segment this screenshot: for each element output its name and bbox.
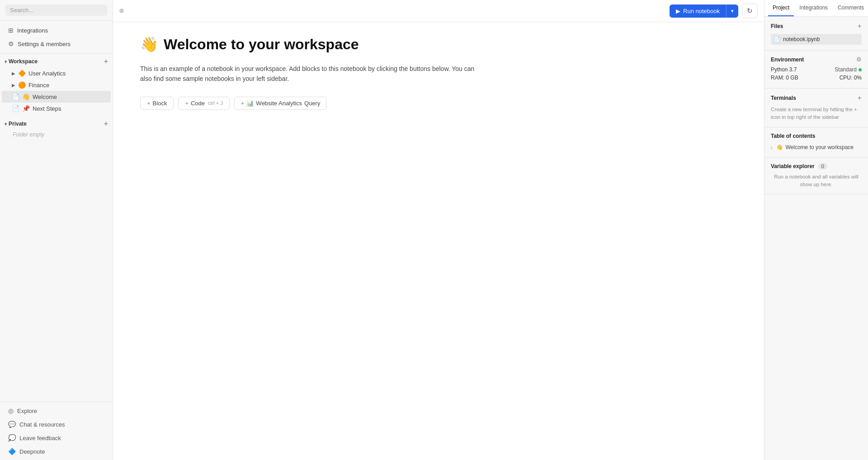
notebook-description: This is an example of a notebook in your… (140, 64, 479, 84)
variable-count-badge: 0 (818, 163, 827, 169)
tab-integrations[interactable]: Integrations (795, 0, 832, 16)
add-block-buttons: + Block + Code ctrl + J + 📊 Website Anal… (140, 97, 737, 110)
run-notebook-button[interactable]: ▶ Run notebook ▾ (670, 5, 738, 18)
files-add-button[interactable]: + (858, 22, 862, 30)
notebook-body: 👋 Welcome to your workspace This is an e… (113, 22, 764, 460)
bottom-item-chat[interactable]: 💬 Chat & resources (2, 418, 111, 431)
sidebar-item-user-analytics-label: User Analytics (28, 70, 66, 77)
env-python-version: Python 3.7 (771, 66, 797, 73)
bottom-item-deepnote[interactable]: 🔷 Deepnote (2, 445, 111, 458)
notebook-title-text: Welcome to your workspace (164, 36, 359, 53)
workspace-add-button[interactable]: + (104, 58, 108, 65)
toc-section: Table of contents i. 👋 Welcome to your w… (764, 127, 868, 158)
env-resources-row: RAM: 0 GB CPU: 0% (771, 75, 862, 81)
private-chevron-icon: ▾ (5, 122, 7, 127)
sidebar-item-welcome[interactable]: 📄 👋 Welcome (2, 91, 111, 103)
refresh-button[interactable]: ↻ (742, 4, 758, 18)
sidebar-bottom: ◎ Explore 💬 Chat & resources 💭 Leave fee… (0, 402, 113, 460)
workspace-section-header[interactable]: ▾ Workspace + (0, 56, 113, 67)
sidebar-item-user-analytics[interactable]: ▶ 🔶 User Analytics (2, 67, 111, 79)
sidebar-nav: ⊞ Integrations ⚙ Settings & members (0, 21, 113, 54)
variable-explorer-section: Variable explorer 0 Run a notebook and a… (764, 158, 868, 195)
variable-explorer-header-group: Variable explorer 0 (771, 163, 827, 169)
env-cpu: CPU: 0% (840, 75, 862, 81)
add-query-label: Query (304, 100, 320, 107)
sidebar-item-next-steps-label: Next Steps (33, 105, 61, 112)
query-plugin-icon: 📊 (246, 100, 254, 107)
private-section-header[interactable]: ▾ Private + (0, 118, 113, 130)
notebook-title-emoji: 👋 (140, 36, 158, 53)
feedback-icon: 💭 (8, 434, 16, 441)
workspace-title: Workspace (9, 58, 38, 65)
env-python-row: Python 3.7 Standard (771, 66, 862, 73)
run-play-icon: ▶ (676, 8, 680, 14)
private-folder-empty: Folder empty (0, 130, 113, 140)
welcome-emoji-icon: 👋 (22, 93, 30, 100)
search-container (0, 0, 113, 21)
toc-item-emoji: 👋 (776, 144, 783, 150)
add-query-plus-icon: + (241, 100, 245, 107)
terminals-help-text: Create a new terminal by hitting the + i… (771, 106, 862, 122)
right-panel: Project Integrations Comments History Fi… (764, 0, 868, 460)
sidebar-item-welcome-label: Welcome (33, 94, 57, 100)
notebook-file-icon: 📄 (774, 36, 780, 42)
env-standard-value: Standard (835, 66, 862, 73)
tab-comments[interactable]: Comments (833, 0, 868, 16)
environment-section: Environment ⚙ Python 3.7 Standard RAM: 0… (764, 51, 868, 89)
notebook-title-block: 👋 Welcome to your workspace (140, 36, 737, 53)
sidebar-item-integrations[interactable]: ⊞ Integrations (2, 23, 111, 37)
user-analytics-chevron-icon: ▶ (12, 71, 15, 76)
sidebar-item-finance[interactable]: ▶ 🟠 Finance (2, 79, 111, 91)
sidebar-sections: ▾ Workspace + ▶ 🔶 User Analytics ▶ 🟠 Fin… (0, 54, 113, 402)
bottom-item-explore-label: Explore (17, 408, 37, 414)
sidebar-item-next-steps[interactable]: 📄 📌 Next Steps (2, 103, 111, 114)
code-shortcut: ctrl + J (208, 100, 223, 106)
deepnote-icon: 🔷 (8, 448, 16, 455)
sidebar-item-settings-label: Settings & members (18, 41, 71, 47)
bottom-item-explore[interactable]: ◎ Explore (2, 404, 111, 418)
next-steps-emoji-icon: 📌 (22, 105, 30, 112)
right-panel-tabs: Project Integrations Comments History (764, 0, 868, 17)
integrations-icon: ⊞ (8, 27, 14, 34)
add-code-button[interactable]: + Code ctrl + J (178, 97, 229, 110)
bottom-item-deepnote-label: Deepnote (19, 448, 45, 455)
terminals-title: Terminals (771, 95, 796, 101)
add-block-label: Block (153, 100, 167, 107)
add-block-button[interactable]: + Block (140, 97, 174, 110)
search-input[interactable] (5, 5, 107, 16)
bottom-item-chat-label: Chat & resources (19, 421, 65, 428)
welcome-icon: 📄 (12, 93, 19, 100)
environment-gear-icon[interactable]: ⚙ (856, 56, 862, 63)
toc-item-num: i. (771, 145, 774, 150)
environment-title: Environment (771, 56, 804, 63)
finance-chevron-icon: ▶ (12, 83, 15, 88)
tab-project[interactable]: Project (768, 0, 794, 16)
terminals-section: Terminals + Create a new terminal by hit… (764, 89, 868, 127)
explore-icon: ◎ (8, 407, 14, 414)
refresh-icon: ↻ (747, 7, 753, 14)
notebook-file-label: notebook.ipynb (783, 36, 820, 42)
file-item-notebook[interactable]: 📄 notebook.ipynb (771, 34, 862, 45)
run-button-main[interactable]: ▶ Run notebook (670, 5, 726, 18)
finance-icon: 🟠 (18, 81, 26, 89)
run-button-dropdown[interactable]: ▾ (726, 5, 738, 17)
toolbar-status-dot (119, 9, 124, 13)
files-section: Files + 📄 notebook.ipynb (764, 17, 868, 51)
sidebar-item-integrations-label: Integrations (17, 27, 48, 34)
bottom-item-feedback-label: Leave feedback (19, 435, 61, 441)
main-content: ▶ Run notebook ▾ ↻ 👋 Welcome to your wor… (113, 0, 764, 460)
variable-explorer-help-text: Run a notebook and all variables will sh… (771, 173, 862, 189)
private-add-button[interactable]: + (104, 120, 108, 127)
add-query-button[interactable]: + 📊 Website Analytics Query (234, 97, 327, 110)
settings-icon: ⚙ (8, 40, 14, 47)
sidebar-item-settings[interactable]: ⚙ Settings & members (2, 37, 111, 51)
env-ram: RAM: 0 GB (771, 75, 798, 81)
sidebar-item-finance-label: Finance (28, 82, 49, 89)
add-code-label: Code (191, 100, 205, 107)
bottom-item-feedback[interactable]: 💭 Leave feedback (2, 431, 111, 445)
terminals-add-button[interactable]: + (858, 94, 862, 102)
next-steps-file-icon: 📄 (12, 105, 19, 112)
files-title: Files (771, 23, 783, 29)
toc-item-welcome[interactable]: i. 👋 Welcome to your workspace (771, 143, 862, 152)
chat-icon: 💬 (8, 421, 16, 428)
